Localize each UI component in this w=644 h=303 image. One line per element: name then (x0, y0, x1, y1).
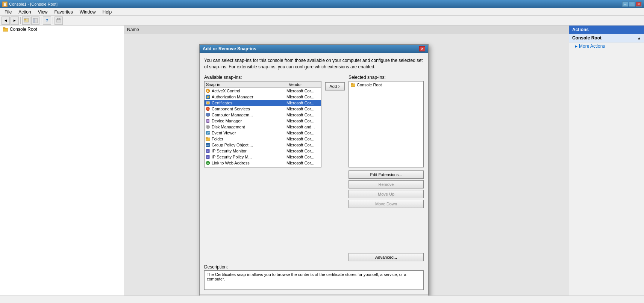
svg-rect-26 (206, 137, 208, 139)
title-text: Console1 - [Console Root] (9, 2, 58, 6)
window-menu[interactable]: Window (77, 9, 99, 15)
snapin-vendor: Microsoft Cor... (286, 155, 320, 159)
list-item[interactable]: EV Event Viewer Microsoft Cor... (205, 130, 321, 136)
forward-button[interactable]: ► (11, 17, 19, 25)
more-actions-label: More Actions (579, 44, 605, 49)
svg-text:A: A (207, 90, 209, 92)
move-down-button[interactable]: Move Down (349, 200, 424, 208)
svg-text:GPO: GPO (206, 144, 210, 146)
dialog-overlay: Add or Remove Snap-ins ✕ You can select … (124, 26, 569, 295)
toolbar-separator-3 (53, 17, 53, 24)
svg-text:EV: EV (207, 132, 210, 134)
add-button[interactable]: Add > (325, 82, 345, 90)
svg-rect-3 (33, 18, 35, 23)
toolbar-separator-2 (41, 17, 41, 24)
move-up-button[interactable]: Move Up (349, 190, 424, 198)
selected-list-item[interactable]: Console Root (349, 81, 423, 88)
dialog-title-bar: Add or Remove Snap-ins ✕ (200, 45, 428, 53)
snapin-name: Group Policy Object ... (212, 143, 286, 147)
main-layout: Console Root Name There are no items to … (0, 26, 644, 295)
toolbar-separator-1 (20, 17, 21, 24)
svg-point-22 (207, 126, 209, 128)
link-web-icon: W (205, 160, 211, 166)
snapin-col-header: Snap-in (205, 81, 287, 87)
device-manager-icon (205, 118, 211, 124)
help-button[interactable]: ? (43, 17, 51, 25)
snapin-name: Authorization Manager (212, 95, 286, 99)
back-button[interactable]: ◄ (2, 17, 10, 25)
favorites-menu[interactable]: Favorites (52, 9, 76, 15)
dialog-body: You can select snap-ins for this console… (200, 53, 428, 294)
app-icon: 📋 (2, 2, 8, 7)
right-panel: Actions Console Root ▲ ▶ More Actions (569, 26, 644, 295)
component-services-icon: CS (205, 106, 211, 112)
dialog-description: You can select snap-ins for this console… (204, 57, 424, 70)
advanced-button[interactable]: Advanced... (349, 253, 424, 261)
list-item[interactable]: Device Manager Microsoft Cor... (205, 118, 321, 124)
ipsec-policy-icon: IP (205, 154, 211, 160)
chevron-up-icon: ▲ (637, 36, 641, 40)
snapin-name: Component Services (212, 107, 286, 111)
gpo-icon: GPO (205, 142, 211, 148)
svg-text:W: W (207, 162, 209, 164)
ipsec-monitor-icon: IP (205, 148, 211, 154)
list-item[interactable]: GPO Group Policy Object ... Microsoft Co… (205, 142, 321, 148)
up-button[interactable] (22, 17, 30, 25)
snapin-vendor: Microsoft Cor... (286, 149, 320, 153)
snapin-name: ActiveX Control (212, 89, 286, 93)
list-item[interactable]: IP IP Security Policy M... Microsoft Cor… (205, 154, 321, 160)
snapin-vendor: Microsoft and... (286, 125, 320, 129)
action-menu[interactable]: Action (15, 9, 34, 15)
folder-icon (3, 27, 8, 32)
event-viewer-icon: EV (205, 130, 211, 136)
center-panel: Name There are no items to show in this … (124, 26, 569, 295)
selected-label: Selected snap-ins: (349, 75, 424, 80)
more-actions-arrow-icon: ▶ (575, 45, 577, 48)
list-item[interactable]: Disk Management Microsoft and... (205, 124, 321, 130)
minimize-button[interactable]: ─ (622, 2, 628, 7)
show-hide-button[interactable] (31, 17, 39, 25)
remove-button[interactable]: Remove (349, 180, 424, 188)
list-item[interactable]: A ActiveX Control Microsoft Cor... (205, 88, 321, 94)
more-actions-item[interactable]: ▶ More Actions (569, 42, 644, 50)
snapin-name: Device Manager (212, 119, 286, 123)
list-item[interactable]: Folder Microsoft Cor... (205, 136, 321, 142)
snapin-name: Event Viewer (212, 131, 286, 135)
snapin-name: IP Security Monitor (212, 149, 286, 153)
snapin-name: Computer Managem... (212, 113, 286, 117)
svg-rect-36 (351, 83, 353, 84)
svg-text:IP: IP (207, 156, 209, 158)
close-button[interactable]: ✕ (636, 2, 642, 7)
list-item[interactable]: 🔑 Authorization Manager Microsoft Cor... (205, 94, 321, 100)
file-menu[interactable]: File (2, 9, 15, 15)
console-root-label: Console Root (10, 27, 37, 32)
available-snapins-section: Available snap-ins: Snap-in Vendor (204, 75, 321, 167)
svg-point-14 (207, 102, 209, 104)
list-item[interactable]: CS Component Services Microsoft Cor... (205, 106, 321, 112)
folder-snapin-icon (205, 136, 211, 142)
selected-snapins-list[interactable]: Console Root (349, 81, 424, 167)
maximize-button[interactable]: □ (629, 2, 635, 7)
vendor-col-header: Vendor (287, 81, 321, 87)
svg-rect-17 (206, 113, 210, 116)
list-item-selected[interactable]: Certificates Microsoft Cor... (205, 100, 321, 106)
help-menu[interactable]: Help (100, 9, 115, 15)
list-item[interactable]: W Link to Web Address Microsoft Cor... (205, 160, 321, 166)
edit-extensions-button[interactable]: Edit Extensions... (349, 170, 424, 179)
list-header: Snap-in Vendor (205, 81, 321, 88)
list-item[interactable]: IP IP Security Monitor Microsoft Cor... (205, 148, 321, 154)
console-root-action-section[interactable]: Console Root ▲ (569, 34, 644, 42)
dialog-close-button[interactable]: ✕ (419, 46, 425, 51)
console-root-tree-item[interactable]: Console Root (0, 26, 124, 33)
list-item[interactable]: Computer Managem... Microsoft Cor... (205, 112, 321, 118)
snapin-name: Link to Web Address (212, 161, 286, 165)
available-snapins-list[interactable]: Snap-in Vendor A ActiveX Control Micr (204, 81, 321, 167)
svg-text:🔑: 🔑 (206, 95, 210, 99)
dialog-footer: OK Cancel (200, 294, 428, 295)
snapin-name: Folder (212, 137, 286, 141)
view-menu[interactable]: View (35, 9, 51, 15)
properties-button[interactable] (55, 17, 63, 25)
title-bar-controls[interactable]: ─ □ ✕ (622, 2, 642, 7)
disk-mgmt-icon (205, 124, 211, 130)
snapin-name: Certificates (212, 101, 286, 105)
